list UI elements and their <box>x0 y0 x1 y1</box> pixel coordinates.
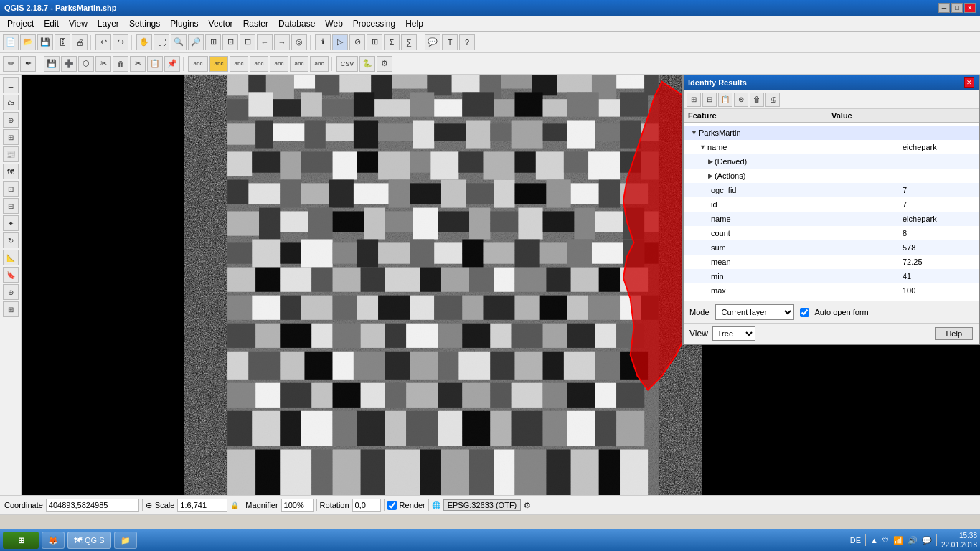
tree-row-derived[interactable]: ▶ (Derived) <box>684 154 979 169</box>
menu-vector[interactable]: Vector <box>204 17 237 30</box>
select-features-button[interactable]: ▷ <box>332 34 348 50</box>
zoom-last-button[interactable]: ← <box>257 34 273 50</box>
node-tool-button[interactable]: ⬡ <box>78 56 94 72</box>
tree-row-parksmartin[interactable]: ▼ ParksMartin <box>684 126 979 140</box>
zoom-in-button[interactable]: 🔍 <box>171 34 187 50</box>
expand-name[interactable]: ▼ <box>699 141 706 154</box>
map-canvas[interactable]: Identify Results ✕ ⊞ ⊟ 📋 ⊗ 🗑 🖨 Feature V… <box>22 75 980 495</box>
menu-settings[interactable]: Settings <box>125 17 164 30</box>
menu-layer[interactable]: Layer <box>93 17 123 30</box>
menu-project[interactable]: Project <box>3 17 38 30</box>
menu-web[interactable]: Web <box>321 17 347 30</box>
browser-panel-button[interactable]: 🗂 <box>3 95 19 110</box>
auto-open-form-checkbox[interactable] <box>800 308 809 317</box>
menu-edit[interactable]: Edit <box>39 17 63 30</box>
delete-button[interactable]: 🗑 <box>750 93 764 107</box>
maximize-button[interactable]: □ <box>951 3 963 13</box>
coord-capture-button[interactable]: ⊕ <box>3 112 19 128</box>
help-button[interactable]: ? <box>459 34 475 50</box>
menu-processing[interactable]: Processing <box>349 17 400 30</box>
zoom-native-button[interactable]: ◎ <box>291 34 307 50</box>
label-btn-3[interactable]: abc <box>230 56 248 72</box>
time-block[interactable]: 15:38 22.01.2018 <box>941 531 977 550</box>
save-button[interactable]: 💾 <box>37 34 53 50</box>
explorer-taskbar-button[interactable]: 📁 <box>114 532 137 549</box>
redo-button[interactable]: ↪ <box>113 34 128 50</box>
help-button[interactable]: Help <box>935 327 973 340</box>
render-btn[interactable]: 🗺 <box>3 164 19 179</box>
label-btn-4[interactable]: abc <box>250 56 268 72</box>
pan-button[interactable]: ✋ <box>136 34 152 50</box>
composer-button[interactable]: 📰 <box>3 146 19 162</box>
digitize-tool[interactable]: ⊞ <box>3 301 19 317</box>
measure-tool[interactable]: 📐 <box>3 250 19 265</box>
tree-row-actions[interactable]: ▶ (Actions) <box>684 169 979 183</box>
minimize-button[interactable]: ─ <box>938 3 950 13</box>
rotate-tool[interactable]: ↻ <box>3 232 19 248</box>
snapping-tool[interactable]: ⊕ <box>3 284 19 300</box>
identify-button[interactable]: ℹ <box>315 34 331 50</box>
expand-all-button[interactable]: ⊞ <box>687 93 701 107</box>
pan-to-selected-button[interactable]: ⛶ <box>154 34 169 50</box>
identify-close-button[interactable]: ✕ <box>964 77 974 88</box>
add-feature-button[interactable]: ➕ <box>61 56 77 72</box>
move-feature-button[interactable]: ✂ <box>95 56 111 72</box>
python-button[interactable]: 🐍 <box>359 56 375 72</box>
plugin-btn[interactable]: ⚙ <box>377 56 392 72</box>
expand-derived[interactable]: ▶ <box>708 155 713 168</box>
label-btn-5[interactable]: abc <box>270 56 288 72</box>
text-annotation-button[interactable]: T <box>442 34 458 50</box>
menu-help[interactable]: Help <box>401 17 428 30</box>
processing-history-button[interactable]: ⊞ <box>3 129 19 145</box>
copy-features-button[interactable]: 📋 <box>147 56 163 72</box>
select-tool[interactable]: ✦ <box>3 215 19 231</box>
edit-pencil-button[interactable]: ✏ <box>3 56 19 72</box>
expand-actions[interactable]: ▶ <box>708 169 713 182</box>
menu-database[interactable]: Database <box>274 17 319 30</box>
open-table-button[interactable]: ⊞ <box>367 34 382 50</box>
qgis-taskbar-button[interactable]: 🗺 QGIS <box>67 532 111 549</box>
open-statistics-button[interactable]: Σ <box>384 34 400 50</box>
zoom-tool[interactable]: ⊡ <box>3 181 19 197</box>
new-project-button[interactable]: 📄 <box>3 34 19 50</box>
mode-select[interactable]: Current layer Top down All layers <box>715 304 794 320</box>
zoom-to-selected-button[interactable]: ⊟ <box>240 34 255 50</box>
scale-input[interactable] <box>177 499 227 512</box>
map-tips-button[interactable]: 💬 <box>425 34 440 50</box>
coordinate-input[interactable] <box>46 499 139 512</box>
open-button[interactable]: 📂 <box>20 34 36 50</box>
expand-parksmartin[interactable]: ▼ <box>691 126 697 139</box>
zoom-tool-2[interactable]: ⊟ <box>3 198 19 214</box>
label-btn-6[interactable]: abc <box>290 56 308 72</box>
cut-features-button[interactable]: ✂ <box>130 56 146 72</box>
render-checkbox[interactable] <box>387 501 397 510</box>
menu-raster[interactable]: Raster <box>239 17 273 30</box>
layers-panel-button[interactable]: ☰ <box>3 77 19 93</box>
undo-button[interactable]: ↩ <box>95 34 111 50</box>
label-btn-2[interactable]: abc <box>209 56 228 72</box>
start-button[interactable]: ⊞ <box>3 532 39 549</box>
menu-view[interactable]: View <box>65 17 92 30</box>
digitize-button[interactable]: ✒ <box>20 56 36 72</box>
magnifier-input[interactable] <box>281 499 314 512</box>
zoom-next-button[interactable]: → <box>274 34 290 50</box>
firefox-taskbar-button[interactable]: 🦊 <box>42 532 65 549</box>
rotation-input[interactable] <box>352 499 381 512</box>
save-edits-button[interactable]: 💾 <box>44 56 60 72</box>
collapse-all-button[interactable]: ⊟ <box>702 93 717 107</box>
csv-button[interactable]: CSV <box>336 56 358 72</box>
label-btn-1[interactable]: abc <box>188 56 208 72</box>
delete-selected-button[interactable]: 🗑 <box>113 56 128 72</box>
paste-features-button[interactable]: 📌 <box>164 56 180 72</box>
field-calculator-button[interactable]: ∑ <box>401 34 417 50</box>
view-select[interactable]: Tree Table <box>712 326 755 341</box>
copy-button[interactable]: 📋 <box>718 93 732 107</box>
close-button[interactable]: ✕ <box>964 3 976 13</box>
deselect-button[interactable]: ⊘ <box>349 34 365 50</box>
zoom-full-button[interactable]: ⊞ <box>205 34 221 50</box>
clear-button[interactable]: ⊗ <box>734 93 748 107</box>
bookmark-tool[interactable]: 🔖 <box>3 267 19 283</box>
zoom-out-button[interactable]: 🔎 <box>188 34 204 50</box>
label-btn-7[interactable]: abc <box>310 56 329 72</box>
tree-row-name-parent[interactable]: ▼ name eichepark <box>684 140 979 154</box>
